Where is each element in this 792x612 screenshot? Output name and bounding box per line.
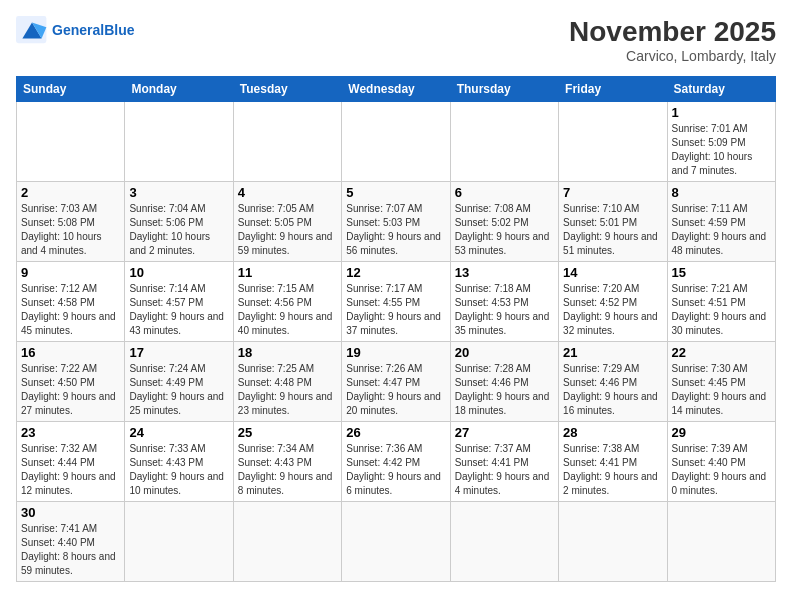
calendar-week-row: 2Sunrise: 7:03 AM Sunset: 5:08 PM Daylig… — [17, 182, 776, 262]
day-info: Sunrise: 7:34 AM Sunset: 4:43 PM Dayligh… — [238, 442, 337, 498]
day-number: 6 — [455, 185, 554, 200]
calendar-cell: 23Sunrise: 7:32 AM Sunset: 4:44 PM Dayli… — [17, 422, 125, 502]
calendar-cell: 29Sunrise: 7:39 AM Sunset: 4:40 PM Dayli… — [667, 422, 775, 502]
calendar-cell — [233, 502, 341, 582]
calendar-week-row: 23Sunrise: 7:32 AM Sunset: 4:44 PM Dayli… — [17, 422, 776, 502]
calendar-week-row: 9Sunrise: 7:12 AM Sunset: 4:58 PM Daylig… — [17, 262, 776, 342]
day-info: Sunrise: 7:01 AM Sunset: 5:09 PM Dayligh… — [672, 122, 771, 178]
calendar-cell: 22Sunrise: 7:30 AM Sunset: 4:45 PM Dayli… — [667, 342, 775, 422]
page-header: GeneralBlue November 2025 Carvico, Lomba… — [16, 16, 776, 64]
day-info: Sunrise: 7:26 AM Sunset: 4:47 PM Dayligh… — [346, 362, 445, 418]
calendar-cell: 26Sunrise: 7:36 AM Sunset: 4:42 PM Dayli… — [342, 422, 450, 502]
calendar-week-row: 1Sunrise: 7:01 AM Sunset: 5:09 PM Daylig… — [17, 102, 776, 182]
day-number: 4 — [238, 185, 337, 200]
calendar-cell: 15Sunrise: 7:21 AM Sunset: 4:51 PM Dayli… — [667, 262, 775, 342]
day-info: Sunrise: 7:25 AM Sunset: 4:48 PM Dayligh… — [238, 362, 337, 418]
calendar-cell: 13Sunrise: 7:18 AM Sunset: 4:53 PM Dayli… — [450, 262, 558, 342]
calendar-cell: 21Sunrise: 7:29 AM Sunset: 4:46 PM Dayli… — [559, 342, 667, 422]
calendar-cell: 14Sunrise: 7:20 AM Sunset: 4:52 PM Dayli… — [559, 262, 667, 342]
day-info: Sunrise: 7:17 AM Sunset: 4:55 PM Dayligh… — [346, 282, 445, 338]
day-number: 15 — [672, 265, 771, 280]
calendar-cell: 17Sunrise: 7:24 AM Sunset: 4:49 PM Dayli… — [125, 342, 233, 422]
day-number: 7 — [563, 185, 662, 200]
calendar-cell: 10Sunrise: 7:14 AM Sunset: 4:57 PM Dayli… — [125, 262, 233, 342]
day-number: 20 — [455, 345, 554, 360]
day-number: 13 — [455, 265, 554, 280]
day-number: 19 — [346, 345, 445, 360]
calendar-cell — [450, 102, 558, 182]
calendar-cell: 11Sunrise: 7:15 AM Sunset: 4:56 PM Dayli… — [233, 262, 341, 342]
day-info: Sunrise: 7:15 AM Sunset: 4:56 PM Dayligh… — [238, 282, 337, 338]
calendar-cell: 19Sunrise: 7:26 AM Sunset: 4:47 PM Dayli… — [342, 342, 450, 422]
logo-general: General — [52, 22, 104, 38]
day-number: 11 — [238, 265, 337, 280]
calendar-cell: 8Sunrise: 7:11 AM Sunset: 4:59 PM Daylig… — [667, 182, 775, 262]
day-number: 16 — [21, 345, 120, 360]
calendar-cell: 6Sunrise: 7:08 AM Sunset: 5:02 PM Daylig… — [450, 182, 558, 262]
day-number: 28 — [563, 425, 662, 440]
day-info: Sunrise: 7:28 AM Sunset: 4:46 PM Dayligh… — [455, 362, 554, 418]
day-number: 23 — [21, 425, 120, 440]
day-number: 24 — [129, 425, 228, 440]
day-info: Sunrise: 7:11 AM Sunset: 4:59 PM Dayligh… — [672, 202, 771, 258]
logo: GeneralBlue — [16, 16, 134, 44]
day-info: Sunrise: 7:14 AM Sunset: 4:57 PM Dayligh… — [129, 282, 228, 338]
day-info: Sunrise: 7:03 AM Sunset: 5:08 PM Dayligh… — [21, 202, 120, 258]
logo-icon — [16, 16, 48, 44]
day-info: Sunrise: 7:24 AM Sunset: 4:49 PM Dayligh… — [129, 362, 228, 418]
calendar-cell: 1Sunrise: 7:01 AM Sunset: 5:09 PM Daylig… — [667, 102, 775, 182]
day-info: Sunrise: 7:20 AM Sunset: 4:52 PM Dayligh… — [563, 282, 662, 338]
day-number: 1 — [672, 105, 771, 120]
calendar-cell: 16Sunrise: 7:22 AM Sunset: 4:50 PM Dayli… — [17, 342, 125, 422]
calendar-cell — [667, 502, 775, 582]
day-info: Sunrise: 7:05 AM Sunset: 5:05 PM Dayligh… — [238, 202, 337, 258]
day-info: Sunrise: 7:18 AM Sunset: 4:53 PM Dayligh… — [455, 282, 554, 338]
day-info: Sunrise: 7:10 AM Sunset: 5:01 PM Dayligh… — [563, 202, 662, 258]
calendar-header-sunday: Sunday — [17, 77, 125, 102]
calendar-cell: 4Sunrise: 7:05 AM Sunset: 5:05 PM Daylig… — [233, 182, 341, 262]
calendar-body: 1Sunrise: 7:01 AM Sunset: 5:09 PM Daylig… — [17, 102, 776, 582]
day-info: Sunrise: 7:07 AM Sunset: 5:03 PM Dayligh… — [346, 202, 445, 258]
calendar-cell: 20Sunrise: 7:28 AM Sunset: 4:46 PM Dayli… — [450, 342, 558, 422]
day-info: Sunrise: 7:39 AM Sunset: 4:40 PM Dayligh… — [672, 442, 771, 498]
calendar-cell: 30Sunrise: 7:41 AM Sunset: 4:40 PM Dayli… — [17, 502, 125, 582]
calendar-cell — [17, 102, 125, 182]
calendar-cell — [559, 502, 667, 582]
calendar-header-wednesday: Wednesday — [342, 77, 450, 102]
calendar-table: SundayMondayTuesdayWednesdayThursdayFrid… — [16, 76, 776, 582]
calendar-header-row: SundayMondayTuesdayWednesdayThursdayFrid… — [17, 77, 776, 102]
day-number: 25 — [238, 425, 337, 440]
day-info: Sunrise: 7:38 AM Sunset: 4:41 PM Dayligh… — [563, 442, 662, 498]
day-info: Sunrise: 7:37 AM Sunset: 4:41 PM Dayligh… — [455, 442, 554, 498]
calendar-cell — [125, 102, 233, 182]
day-number: 21 — [563, 345, 662, 360]
calendar-week-row: 16Sunrise: 7:22 AM Sunset: 4:50 PM Dayli… — [17, 342, 776, 422]
day-info: Sunrise: 7:30 AM Sunset: 4:45 PM Dayligh… — [672, 362, 771, 418]
calendar-cell: 5Sunrise: 7:07 AM Sunset: 5:03 PM Daylig… — [342, 182, 450, 262]
calendar-cell: 28Sunrise: 7:38 AM Sunset: 4:41 PM Dayli… — [559, 422, 667, 502]
day-number: 18 — [238, 345, 337, 360]
title-area: November 2025 Carvico, Lombardy, Italy — [569, 16, 776, 64]
day-info: Sunrise: 7:12 AM Sunset: 4:58 PM Dayligh… — [21, 282, 120, 338]
day-info: Sunrise: 7:32 AM Sunset: 4:44 PM Dayligh… — [21, 442, 120, 498]
calendar-header-saturday: Saturday — [667, 77, 775, 102]
location: Carvico, Lombardy, Italy — [569, 48, 776, 64]
calendar-cell: 27Sunrise: 7:37 AM Sunset: 4:41 PM Dayli… — [450, 422, 558, 502]
calendar-cell: 24Sunrise: 7:33 AM Sunset: 4:43 PM Dayli… — [125, 422, 233, 502]
day-info: Sunrise: 7:04 AM Sunset: 5:06 PM Dayligh… — [129, 202, 228, 258]
day-number: 3 — [129, 185, 228, 200]
day-number: 29 — [672, 425, 771, 440]
calendar-cell — [342, 502, 450, 582]
month-title: November 2025 — [569, 16, 776, 48]
calendar-cell: 12Sunrise: 7:17 AM Sunset: 4:55 PM Dayli… — [342, 262, 450, 342]
calendar-cell: 9Sunrise: 7:12 AM Sunset: 4:58 PM Daylig… — [17, 262, 125, 342]
day-number: 26 — [346, 425, 445, 440]
day-number: 10 — [129, 265, 228, 280]
calendar-header-friday: Friday — [559, 77, 667, 102]
calendar-cell: 7Sunrise: 7:10 AM Sunset: 5:01 PM Daylig… — [559, 182, 667, 262]
day-info: Sunrise: 7:29 AM Sunset: 4:46 PM Dayligh… — [563, 362, 662, 418]
calendar-cell: 2Sunrise: 7:03 AM Sunset: 5:08 PM Daylig… — [17, 182, 125, 262]
calendar-header-tuesday: Tuesday — [233, 77, 341, 102]
day-number: 12 — [346, 265, 445, 280]
day-number: 8 — [672, 185, 771, 200]
